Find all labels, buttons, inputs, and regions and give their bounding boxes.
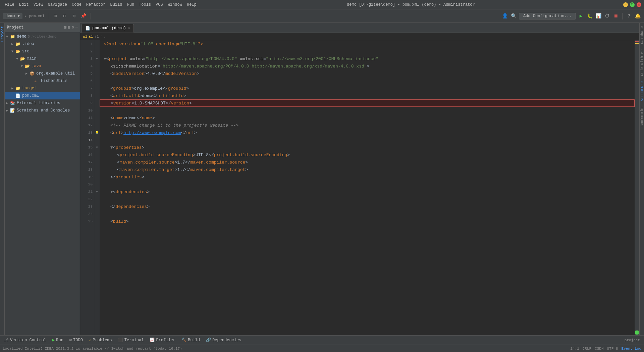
linenum-14: 14 <box>80 136 94 144</box>
profile-button[interactable]: ⏱ <box>603 12 611 20</box>
tree-label-package: org.example.util <box>36 71 75 76</box>
maximize-button[interactable]: □ <box>630 2 635 7</box>
bottom-tab-problems[interactable]: ⚠ Problems <box>86 337 115 344</box>
toolbar-pin-icon[interactable]: 📌 <box>80 12 87 20</box>
status-right: 14:1 CRLF CSDN UTF-8 Event Log <box>570 347 641 351</box>
fold-4 <box>94 62 100 70</box>
line-ending[interactable]: CRLF <box>583 347 591 351</box>
sidebar-title: Project <box>7 25 23 30</box>
menu-code[interactable]: Code <box>70 2 84 8</box>
xml-file-icon: 📄 <box>15 93 21 98</box>
indent-info[interactable]: UTF-8 <box>607 347 618 351</box>
fold-20 <box>94 181 100 188</box>
tree-item-scratches[interactable]: ▶ 📝 Scratches and Consoles <box>5 107 80 114</box>
sidebar-hide-icon[interactable]: — <box>75 25 78 30</box>
close-button[interactable]: ✕ <box>637 2 641 7</box>
tree-item-java[interactable]: ▼ 📂 java <box>5 62 80 70</box>
tree-item-idea[interactable]: ▶ 📁 .idea <box>5 40 80 48</box>
menu-build[interactable]: Build <box>108 2 124 8</box>
nav-down[interactable]: ↓ <box>104 35 106 39</box>
toolbar-separator-1 <box>48 13 48 19</box>
build-label: Build <box>188 338 200 343</box>
sidebar-header-icons[interactable]: ⊞ ⊟ ⚙ — <box>64 25 78 30</box>
tab-pomxml[interactable]: 📄 pom.xml (demo) ✕ <box>82 24 134 33</box>
project-selector[interactable]: demo ▼ <box>3 13 22 19</box>
bottom-tab-build[interactable]: 🔨 Build <box>179 337 203 344</box>
menu-navigate[interactable]: Navigate <box>46 2 69 8</box>
problems-icon: ⚠ <box>89 338 91 343</box>
fold-22 <box>94 195 100 203</box>
menu-edit[interactable]: Edit <box>17 2 31 8</box>
side-tab-database[interactable]: Database <box>639 24 644 46</box>
menu-refactor[interactable]: Refactor <box>84 2 108 8</box>
fold-17 <box>94 159 100 166</box>
tree-item-main[interactable]: ▼ 📂 main <box>5 55 80 62</box>
sidebar-settings-icon[interactable]: ⚙ <box>72 25 74 30</box>
fold-3[interactable]: ▼ <box>94 55 100 62</box>
menu-vcs[interactable]: VCS <box>154 2 165 8</box>
bottom-tab-terminal[interactable]: ⬛ Terminal <box>115 337 147 344</box>
bottom-tab-dependencies[interactable]: 🔗 Dependencies <box>203 337 244 344</box>
tree-item-target[interactable]: ▶ 📁 target <box>5 85 80 92</box>
fold-btn-15[interactable]: ▼ <box>110 145 113 150</box>
linenum-2: 2 <box>80 48 94 55</box>
menu-run[interactable]: Run <box>125 2 136 8</box>
menu-help[interactable]: Help <box>185 2 199 8</box>
tree-arrow: ▶ <box>25 72 30 76</box>
tree-item-pomxml[interactable]: ▶ 📄 pom.xml <box>5 92 80 99</box>
sidebar-tab-project[interactable]: Project <box>0 24 5 44</box>
tree-item-demo-root[interactable]: ▼ 📁 demo D:\gitee\demo <box>5 33 80 40</box>
bottom-tab-profiler[interactable]: 📈 Profiler <box>147 337 178 344</box>
fold-10 <box>94 107 100 114</box>
tree-item-src[interactable]: ▼ 📂 src <box>5 48 80 55</box>
menu-file[interactable]: File <box>3 2 16 8</box>
tree-item-package[interactable]: ▶ 📦 org.example.util <box>5 70 80 77</box>
event-log-button[interactable]: Event Log <box>622 347 641 351</box>
toolbar-collapse-icon[interactable]: ⊟ <box>61 12 68 20</box>
fold-21[interactable]: ▼ <box>94 188 100 195</box>
sidebar-collapse-icon[interactable]: ⊟ <box>68 25 70 30</box>
window-controls[interactable]: ─ □ ✕ <box>623 2 641 7</box>
fold-btn-3[interactable]: ▼ <box>104 56 106 61</box>
toolbar-settings-icon[interactable]: ⚙ <box>70 12 78 20</box>
bottom-tab-todo[interactable]: ☑ TODO <box>67 337 86 344</box>
toolbar-help-icon[interactable]: ? <box>625 12 633 20</box>
nav-up[interactable]: ↑ <box>100 35 103 39</box>
menu-window[interactable]: Window <box>166 2 184 8</box>
menu-tools[interactable]: Tools <box>137 2 153 8</box>
side-tab-bookmarks[interactable]: Bookmarks <box>639 104 644 128</box>
run-configuration-selector[interactable]: Add Configuration... <box>519 13 576 19</box>
fold-btn-21[interactable]: ▼ <box>110 189 113 194</box>
stop-button[interactable]: ⏹ <box>612 12 620 20</box>
code-line-13: <url>http://www.example.com</url> <box>100 129 635 136</box>
bottom-tab-run[interactable]: ▶ Run <box>50 337 66 344</box>
terminal-label: Terminal <box>124 338 144 343</box>
toolbar-user-icon[interactable]: 👤 <box>501 12 509 20</box>
toolbar-search-icon[interactable]: 🔍 <box>510 12 518 20</box>
tab-close-button[interactable]: ✕ <box>128 26 130 30</box>
toolbar-notifications-icon[interactable]: 🔔 <box>634 12 641 20</box>
side-tab-codewithme[interactable]: Code With Me <box>639 47 644 78</box>
run-button[interactable]: ▶ <box>577 12 585 20</box>
tree-arrow: ▼ <box>16 57 20 61</box>
code-line-10 <box>100 107 635 114</box>
menubar[interactable]: File Edit View Navigate Code Refactor Bu… <box>3 2 199 8</box>
code-line-7: <groupId>org.example</groupId> <box>100 85 635 92</box>
code-editor[interactable]: <?xml version="1.0" encoding="UTF-8"?> ▼… <box>100 40 635 335</box>
encoding[interactable]: CSDN <box>595 347 603 351</box>
cursor-position: 14:1 <box>570 347 579 351</box>
minimize-button[interactable]: ─ <box>623 2 628 7</box>
right-side-panel: Database Code With Me Structure Bookmark… <box>639 23 644 335</box>
debug-button[interactable]: 🐛 <box>586 12 593 20</box>
warning-bulb-icon[interactable]: 💡 <box>95 131 99 135</box>
toolbar-expand-icon[interactable]: ⊞ <box>52 12 59 20</box>
fold-15[interactable]: ▼ <box>94 144 100 151</box>
sidebar-expand-icon[interactable]: ⊞ <box>64 25 66 30</box>
run-with-coverage-button[interactable]: 📊 <box>595 12 602 20</box>
tree-item-fisherutils[interactable]: ▶ ☕ FisherUtils <box>5 77 80 85</box>
side-tab-structure[interactable]: Structure <box>639 79 644 103</box>
run-label: Run <box>56 338 63 343</box>
tree-item-external-libs[interactable]: ▶ 📚 External Libraries <box>5 99 80 107</box>
menu-view[interactable]: View <box>32 2 45 8</box>
bottom-tab-vcs[interactable]: ⎇ Version Control <box>1 337 49 344</box>
